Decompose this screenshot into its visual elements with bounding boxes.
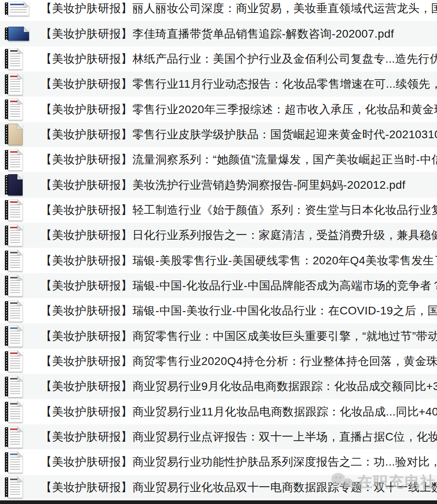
document-thumbnail-icon [5, 149, 23, 171]
document-thumbnail-icon [5, 27, 29, 41]
folded-corner-icon [17, 99, 23, 104]
folded-corner-icon [17, 74, 23, 79]
document-thumbnail-icon [5, 350, 23, 372]
document-thumbnail-icon [5, 174, 23, 196]
file-name[interactable]: 【美妆护肤研报】林纸产品行业：美国个护行业及金佰利公司复盘专...造先行优势，温… [40, 46, 437, 72]
document-thumbnail-icon [5, 99, 23, 120]
file-name[interactable]: 【美妆护肤研报】瑞银-中国-美妆行业-中国化妆品行业：在COVID-19之后，国… [40, 298, 437, 323]
document-thumbnail-icon [5, 376, 23, 397]
file-row[interactable]: 【美妆护肤研报】商业贸易行业化妆品双十一电商数据跟踪专题：双十一线上数据亮眼， [0, 475, 437, 500]
folded-corner-icon [17, 477, 23, 482]
thumbnail-column [0, 27, 40, 41]
thumbnail-column [0, 376, 40, 397]
document-thumbnail-icon [5, 2, 29, 16]
file-row[interactable]: 【美妆护肤研报】瑞银-中国-美妆行业-中国化妆品行业：在COVID-19之后，国… [0, 298, 437, 323]
document-thumbnail-icon [5, 74, 23, 95]
file-row[interactable]: 【美妆护肤研报】零售行业2020年三季报综述：超市收入承压，化妆品和黄金珠宝复苏… [0, 97, 437, 122]
folded-corner-icon [17, 376, 23, 381]
folded-corner-icon [17, 325, 23, 331]
file-name[interactable]: 【美妆护肤研报】美妆洗护行业营销趋势洞察报告-阿里妈妈-202012.pdf [40, 173, 437, 198]
document-thumbnail-icon [5, 124, 23, 145]
file-row[interactable]: 【美妆护肤研报】美妆洗护行业营销趋势洞察报告-阿里妈妈-202012.pdf [0, 172, 437, 197]
file-row[interactable]: 【美妆护肤研报】轻工制造行业《始于颜值》系列：资生堂与日本化妆品行业复盘，匠心 [0, 198, 437, 223]
file-name[interactable]: 【美妆护肤研报】瑞银-中国-化妆品行业-中国品牌能否成为高端市场的竞争者？-20… [40, 273, 437, 298]
thumbnail-column [0, 199, 40, 221]
file-row[interactable]: 【美妆护肤研报】李佳琦直播带货单品销售追踪-解数咨询-202007.pdf [0, 21, 437, 46]
document-thumbnail-icon [5, 426, 23, 448]
folded-corner-icon [17, 350, 23, 356]
folded-corner-icon [17, 300, 23, 306]
thumbnail-column [0, 325, 40, 347]
file-name[interactable]: 【美妆护肤研报】零售行业2020年三季报综述：超市收入承压，化妆品和黄金珠宝复苏… [40, 97, 437, 122]
thumbnail-column [0, 350, 40, 372]
file-name[interactable]: 【美妆护肤研报】日化行业系列报告之一：家庭清洁，受益消费升级，兼具稳健-成长性- [40, 223, 437, 248]
thumbnail-column [0, 99, 40, 120]
file-name[interactable]: 【美妆护肤研报】轻工制造行业《始于颜值》系列：资生堂与日本化妆品行业复盘，匠心 [40, 198, 437, 223]
folded-corner-icon [17, 426, 23, 432]
thumbnail-column [0, 300, 40, 322]
file-name[interactable]: 【美妆护肤研报】商业贸易行业9月化妆品电商数据跟踪：化妆品成交额同比+31%，润… [40, 374, 437, 399]
file-row[interactable]: 【美妆护肤研报】商业贸易行业点评报告：双十一上半场，直播占据C位，化妆品表现亮眼 [0, 424, 437, 449]
file-list: 【美妆护肤研报】丽人丽妆公司深度：商业贸易，美妆垂直领域代运营龙头，国际知名品牌… [0, 0, 437, 500]
file-name[interactable]: 【美妆护肤研报】商贸零售行业：中国区成美妆巨头重要引擎，“就地过节”带动电商平台 [40, 324, 437, 349]
thumbnail-column [0, 477, 40, 498]
file-row[interactable]: 【美妆护肤研报】商贸零售行业：中国区成美妆巨头重要引擎，“就地过节”带动电商平台 [0, 323, 437, 348]
thumbnail-column [0, 48, 40, 70]
file-row[interactable]: 【美妆护肤研报】流量洞察系列：“她颜值”流量爆发，国产美妆崛起正当时-中信证券-… [0, 147, 437, 172]
file-name[interactable]: 【美妆护肤研报】商业贸易行业11月化妆品电商数据跟踪：化妆品成...同比+40%… [40, 399, 437, 424]
folded-corner-icon [17, 225, 23, 230]
thumbnail-column [0, 225, 40, 246]
thumbnail-column [0, 426, 40, 448]
thumbnail-column [0, 149, 40, 171]
file-name[interactable]: 【美妆护肤研报】李佳琦直播带货单品销售追踪-解数咨询-202007.pdf [40, 21, 437, 46]
file-row[interactable]: 【美妆护肤研报】瑞银-中国-化妆品行业-中国品牌能否成为高端市场的竞争者？-20… [0, 273, 437, 298]
file-row[interactable]: 【美妆护肤研报】瑞银-美股零售行业-美国硬线零售：2020年Q4美妆零售发生了什… [0, 248, 437, 273]
file-name[interactable]: 【美妆护肤研报】商业贸易行业化妆品双十一电商数据跟踪专题：双十一线上数据亮眼， [40, 475, 437, 500]
file-row[interactable]: 【美妆护肤研报】零售行业11月行业动态报告：化妆品零售增速在可...续领先，“双… [0, 72, 437, 97]
document-thumbnail-icon [5, 225, 23, 246]
folded-corner-icon [17, 451, 23, 457]
thumbnail-column [0, 401, 40, 422]
document-thumbnail-icon [5, 401, 23, 422]
file-row[interactable]: 【美妆护肤研报】日化行业系列报告之一：家庭清洁，受益消费升级，兼具稳健-成长性- [0, 223, 437, 248]
file-name[interactable]: 【美妆护肤研报】商贸零售行业2020Q4持仓分析：行业整体持仓回落，黄金珠宝及化… [40, 349, 437, 374]
file-name[interactable]: 【美妆护肤研报】瑞银-美股零售行业-美国硬线零售：2020年Q4美妆零售发生了什… [40, 248, 437, 273]
document-thumbnail-icon [5, 325, 23, 347]
file-row[interactable]: 【美妆护肤研报】商贸零售行业2020Q4持仓分析：行业整体持仓回落，黄金珠宝及化… [0, 349, 437, 374]
thumbnail-column [0, 275, 40, 296]
document-thumbnail-icon [5, 300, 23, 322]
file-name[interactable]: 【美妆护肤研报】零售行业皮肤学级护肤品：国货崛起迎来黄金时代-20210310-… [40, 122, 437, 147]
document-thumbnail-icon [5, 451, 23, 473]
file-row[interactable]: 【美妆护肤研报】丽人丽妆公司深度：商业贸易，美妆垂直领域代运营龙头，国际知名品牌 [0, 0, 437, 21]
folded-corner-icon [17, 48, 23, 53]
folded-corner-icon [17, 149, 23, 154]
document-thumbnail-icon [5, 48, 23, 70]
thumbnail-column [0, 124, 40, 145]
folded-corner-icon [17, 199, 23, 205]
folded-corner-icon [17, 401, 23, 406]
thumbnail-column [0, 74, 40, 95]
file-row[interactable]: 【美妆护肤研报】林纸产品行业：美国个护行业及金佰利公司复盘专...造先行优势，温… [0, 46, 437, 72]
file-row[interactable]: 【美妆护肤研报】商业贸易行业功能性护肤品系列深度报告之二：功...验对比，欧美、… [0, 449, 437, 474]
file-row[interactable]: 【美妆护肤研报】商业贸易行业11月化妆品电商数据跟踪：化妆品成...同比+40%… [0, 399, 437, 424]
bottom-bar [0, 500, 437, 504]
thumbnail-column [0, 174, 40, 196]
thumbnail-column [0, 2, 40, 16]
file-row[interactable]: 【美妆护肤研报】零售行业皮肤学级护肤品：国货崛起迎来黄金时代-20210310-… [0, 122, 437, 147]
folded-corner-icon [17, 250, 23, 255]
folded-corner-icon [17, 174, 23, 179]
document-thumbnail-icon [5, 250, 23, 271]
document-thumbnail-icon [5, 477, 23, 498]
file-name[interactable]: 【美妆护肤研报】零售行业11月行业动态报告：化妆品零售增速在可...续领先，“双… [40, 72, 437, 97]
file-name[interactable]: 【美妆护肤研报】商业贸易行业点评报告：双十一上半场，直播占据C位，化妆品表现亮眼 [40, 424, 437, 449]
folded-corner-icon [24, 2, 29, 7]
file-name[interactable]: 【美妆护肤研报】丽人丽妆公司深度：商业贸易，美妆垂直领域代运营龙头，国际知名品牌 [40, 0, 437, 21]
folded-corner-icon [17, 275, 23, 280]
file-name[interactable]: 【美妆护肤研报】商业贸易行业功能性护肤品系列深度报告之二：功...验对比，欧美、… [40, 449, 437, 474]
document-thumbnail-icon [5, 275, 23, 296]
thumbnail-column [0, 250, 40, 271]
file-row[interactable]: 【美妆护肤研报】商业贸易行业9月化妆品电商数据跟踪：化妆品成交额同比+31%，润… [0, 374, 437, 399]
folded-corner-icon [24, 27, 29, 32]
document-thumbnail-icon [5, 199, 23, 221]
file-name[interactable]: 【美妆护肤研报】流量洞察系列：“她颜值”流量爆发，国产美妆崛起正当时-中信证券-… [40, 147, 437, 172]
